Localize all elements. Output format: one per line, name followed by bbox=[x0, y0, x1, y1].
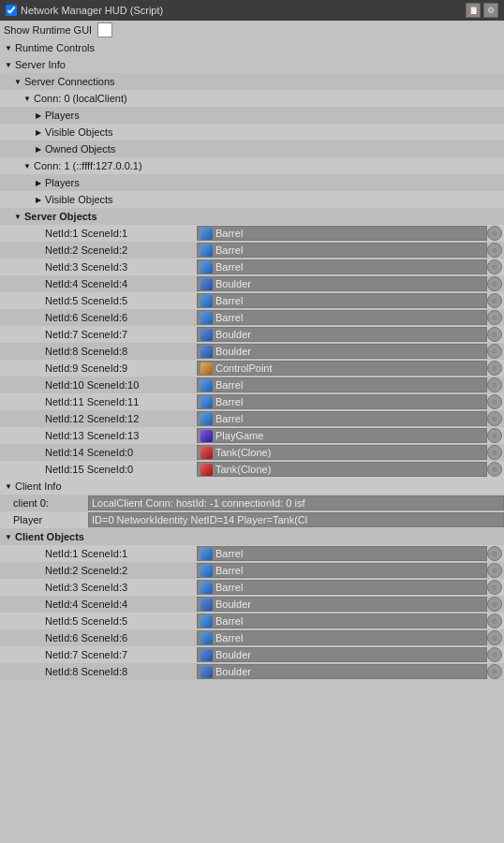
object-id: NetId:7 SceneId:7 bbox=[0, 329, 197, 340]
object-value-text: PlayGame bbox=[215, 430, 263, 441]
conn1-visible-toggle[interactable] bbox=[34, 195, 43, 204]
conn0-players-toggle[interactable] bbox=[34, 111, 43, 120]
object-id: NetId:12 SceneId:12 bbox=[0, 413, 197, 424]
table-row: NetId:4 SceneId:4Boulder○ bbox=[0, 596, 504, 613]
object-id: NetId:14 SceneId:0 bbox=[0, 447, 197, 458]
object-circle-button[interactable]: ○ bbox=[487, 276, 502, 291]
object-id: NetId:11 SceneId:11 bbox=[0, 396, 197, 407]
show-runtime-checkbox[interactable] bbox=[97, 22, 112, 37]
object-circle-button[interactable]: ○ bbox=[487, 580, 502, 595]
conn1-players-row: Players bbox=[0, 174, 504, 191]
object-circle-button[interactable]: ○ bbox=[487, 361, 502, 376]
player-value: ID=0 NetworkIdentity NetID=14 Player=Tan… bbox=[92, 514, 307, 525]
object-id: NetId:8 SceneId:8 bbox=[0, 346, 197, 357]
server-connections-toggle[interactable] bbox=[13, 77, 22, 86]
object-circle-button[interactable]: ○ bbox=[487, 630, 502, 645]
server-info-toggle[interactable] bbox=[4, 60, 13, 69]
object-circle-button[interactable]: ○ bbox=[487, 259, 502, 274]
object-value-text: Barrel bbox=[215, 396, 243, 407]
main-panel: Show Runtime GUI Runtime Controls Server… bbox=[0, 21, 504, 680]
table-row: NetId:7 SceneId:7Boulder○ bbox=[0, 326, 504, 343]
object-circle-button[interactable]: ○ bbox=[487, 243, 502, 258]
table-row: NetId:15 SceneId:0Tank(Clone)○ bbox=[0, 461, 504, 478]
object-id: NetId:1 SceneId:1 bbox=[0, 228, 197, 239]
settings-icon[interactable]: ⚙ bbox=[483, 3, 498, 18]
conn0-players-row: Players bbox=[0, 107, 504, 124]
object-value-box: Barrel bbox=[197, 377, 487, 392]
table-row: NetId:7 SceneId:7Boulder○ bbox=[0, 646, 504, 663]
server-objects-list: NetId:1 SceneId:1Barrel○NetId:2 SceneId:… bbox=[0, 225, 504, 478]
object-id: NetId:6 SceneId:6 bbox=[0, 312, 197, 323]
title-checkbox[interactable] bbox=[6, 5, 17, 16]
client-objects-header: Client Objects bbox=[0, 528, 504, 545]
client0-value: LocalClient Conn: hostId: -1 connectionI… bbox=[92, 497, 304, 509]
conn0-owned-label: Owned Objects bbox=[45, 143, 115, 155]
object-value-box: Boulder bbox=[197, 276, 487, 291]
conn0-label: Conn: 0 (localClient) bbox=[34, 93, 127, 104]
conn1-toggle[interactable] bbox=[22, 161, 32, 170]
server-objects-header: Server Objects bbox=[0, 208, 504, 225]
object-value-text: Barrel bbox=[215, 261, 243, 273]
object-circle-button[interactable]: ○ bbox=[487, 226, 502, 241]
object-id: NetId:2 SceneId:2 bbox=[0, 244, 197, 256]
title-text: Network Manager HUD (Script) bbox=[21, 5, 163, 16]
object-circle-button[interactable]: ○ bbox=[487, 462, 502, 477]
object-value-box: PlayGame bbox=[197, 428, 487, 443]
object-value-box: Barrel bbox=[197, 614, 487, 629]
object-value-text: Barrel bbox=[215, 312, 243, 323]
object-circle-button[interactable]: ○ bbox=[487, 394, 502, 409]
inspector-icon[interactable]: 📋 bbox=[466, 3, 481, 18]
object-value-text: Barrel bbox=[215, 582, 243, 593]
table-row: NetId:8 SceneId:8Boulder○ bbox=[0, 343, 504, 360]
object-value-text: Barrel bbox=[215, 632, 243, 643]
object-circle-button[interactable]: ○ bbox=[487, 664, 502, 679]
object-circle-button[interactable]: ○ bbox=[487, 445, 502, 460]
object-id: NetId:3 SceneId:3 bbox=[0, 582, 197, 593]
client0-value-box: LocalClient Conn: hostId: -1 connectionI… bbox=[88, 495, 504, 510]
object-value-box: Boulder bbox=[197, 597, 487, 612]
table-row: NetId:5 SceneId:5Barrel○ bbox=[0, 292, 504, 309]
object-circle-button[interactable]: ○ bbox=[487, 377, 502, 392]
table-row: NetId:6 SceneId:6Barrel○ bbox=[0, 629, 504, 646]
object-circle-button[interactable]: ○ bbox=[487, 428, 502, 443]
object-value-box: Boulder bbox=[197, 647, 487, 662]
object-circle-button[interactable]: ○ bbox=[487, 647, 502, 662]
object-value-text: Boulder bbox=[215, 346, 251, 357]
object-circle-button[interactable]: ○ bbox=[487, 563, 502, 578]
object-value-text: Boulder bbox=[215, 329, 251, 340]
object-circle-button[interactable]: ○ bbox=[487, 411, 502, 426]
object-value-text: Barrel bbox=[215, 548, 243, 559]
object-value-box: Boulder bbox=[197, 664, 487, 679]
object-circle-button[interactable]: ○ bbox=[487, 614, 502, 629]
object-value-box: Barrel bbox=[197, 563, 487, 578]
conn0-visible-toggle[interactable] bbox=[34, 127, 43, 137]
runtime-controls-toggle[interactable] bbox=[4, 43, 13, 52]
table-row: NetId:12 SceneId:12Barrel○ bbox=[0, 410, 504, 427]
object-circle-button[interactable]: ○ bbox=[487, 327, 502, 342]
object-circle-button[interactable]: ○ bbox=[487, 293, 502, 308]
object-circle-button[interactable]: ○ bbox=[487, 597, 502, 612]
object-circle-button[interactable]: ○ bbox=[487, 344, 502, 359]
table-row: NetId:3 SceneId:3Barrel○ bbox=[0, 579, 504, 596]
conn1-row: Conn: 1 (::ffff:127.0.0.1) bbox=[0, 157, 504, 174]
conn0-owned-toggle[interactable] bbox=[34, 144, 43, 154]
object-value-text: Barrel bbox=[215, 244, 243, 256]
object-value-text: Boulder bbox=[215, 666, 251, 677]
object-value-text: Barrel bbox=[215, 379, 243, 391]
table-row: NetId:1 SceneId:1Barrel○ bbox=[0, 225, 504, 242]
server-objects-toggle[interactable] bbox=[13, 212, 22, 221]
object-value-box: Tank(Clone) bbox=[197, 462, 487, 477]
client-info-toggle[interactable] bbox=[4, 481, 13, 491]
conn0-toggle[interactable] bbox=[22, 94, 32, 103]
conn1-players-toggle[interactable] bbox=[34, 178, 43, 187]
object-circle-button[interactable]: ○ bbox=[487, 546, 502, 561]
object-value-box: ControlPoint bbox=[197, 361, 487, 376]
object-value-box: Barrel bbox=[197, 310, 487, 325]
object-value-box: Barrel bbox=[197, 546, 487, 561]
object-id: NetId:5 SceneId:5 bbox=[0, 295, 197, 306]
server-connections-label: Server Connections bbox=[24, 76, 115, 87]
client-objects-toggle[interactable] bbox=[4, 532, 13, 541]
object-id: NetId:6 SceneId:6 bbox=[0, 632, 197, 643]
object-id: NetId:15 SceneId:0 bbox=[0, 464, 197, 475]
object-circle-button[interactable]: ○ bbox=[487, 310, 502, 325]
